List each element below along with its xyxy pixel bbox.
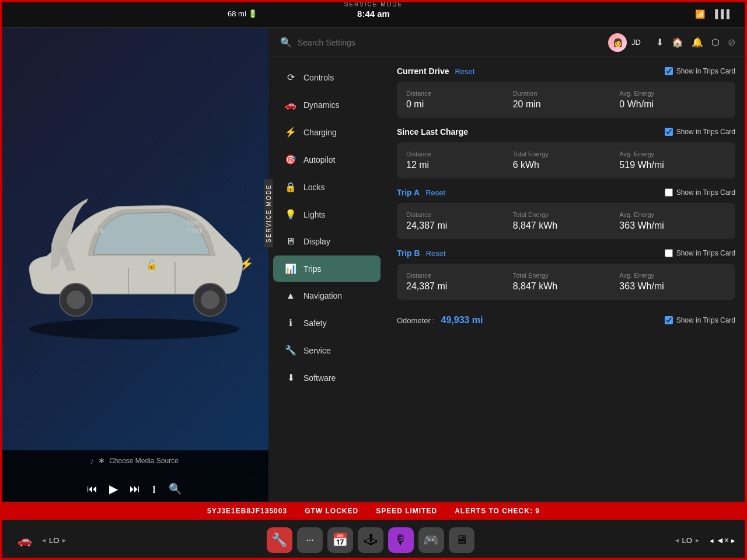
- media-source-row[interactable]: ♪ ✱ Choose Media Source: [90, 456, 179, 466]
- alerts-label: ALERTS TO CHECK: 9: [455, 507, 540, 515]
- volume-increase[interactable]: ▸: [731, 536, 735, 545]
- odometer-row: Odometer : 49,933 mi Show in Trips Card: [397, 309, 735, 331]
- charging-icon: ⚡: [285, 127, 296, 138]
- sidebar-item-locks[interactable]: 🔒 Locks: [273, 174, 381, 200]
- trip-b-reset[interactable]: Reset: [426, 249, 446, 258]
- current-drive-title: Current Drive: [397, 66, 449, 76]
- trip-a-energy-avg: Avg. Energy 363 Wh/mi: [619, 211, 726, 231]
- odometer-checkbox[interactable]: [665, 316, 673, 324]
- speed-limited-label: SPEED LIMITED: [376, 507, 437, 515]
- media-bar: ♪ ✱ Choose Media Source ⏮ ▶ ⏭ ⫿ 🔍: [0, 450, 268, 502]
- sidebar-item-software[interactable]: ⬇ Software: [273, 365, 381, 391]
- user-info: 👩 JD: [608, 33, 641, 52]
- bluetooth-header-icon[interactable]: ⬡: [711, 37, 720, 48]
- service-side-label: SERVICE MODE: [264, 180, 273, 248]
- search-icon: 🔍: [280, 37, 292, 48]
- trip-b-checkbox[interactable]: [665, 249, 673, 257]
- sidebar-item-navigation[interactable]: ▲ Navigation: [273, 283, 381, 309]
- trip-b-card: Distance 24,387 mi Total Energy 8,847 kW…: [397, 264, 735, 300]
- svg-point-6: [201, 290, 219, 309]
- charging-label: Charging: [303, 128, 337, 137]
- search-media-button[interactable]: 🔍: [169, 482, 181, 495]
- car-status-button[interactable]: 🚗: [12, 527, 37, 553]
- sidebar-item-safety[interactable]: ℹ Safety: [273, 310, 381, 336]
- car-visualization: ⚡ Open Frunk Open Trunk 🔓: [0, 28, 268, 502]
- search-bar: 🔍 👩 JD ⬇ 🏠 🔔 ⬡ ⊘: [268, 28, 747, 57]
- sidebar-item-dynamics[interactable]: 🚗 Dynamics: [273, 92, 381, 118]
- trip-a-show-trips: Show in Trips Card: [665, 188, 735, 197]
- play-button[interactable]: ▶: [109, 482, 118, 496]
- lo-left-value: LO: [49, 536, 59, 545]
- current-drive-reset[interactable]: Reset: [455, 67, 474, 76]
- media-controls: ⏮ ▶ ⏭ ⫿ 🔍: [87, 482, 181, 496]
- download-icon[interactable]: ⬇: [656, 37, 664, 48]
- volume-icon[interactable]: ◄×: [716, 536, 729, 545]
- vin-display: 5YJ3E1EB8JF135003: [207, 507, 287, 515]
- frunk-label[interactable]: Open Frunk: [88, 218, 104, 235]
- lo-right-decrease[interactable]: ◂: [675, 536, 679, 544]
- prev-track-button[interactable]: ⏮: [87, 483, 97, 495]
- lo-left-increase[interactable]: ▸: [62, 536, 66, 544]
- monitor-app-icon[interactable]: 🖥: [449, 527, 474, 553]
- current-drive-header: Current Drive Reset Show in Trips Card: [397, 66, 735, 76]
- sidebar-item-controls[interactable]: ⟳ Controls: [273, 64, 381, 90]
- lights-icon: 💡: [285, 209, 296, 220]
- software-icon: ⬇: [285, 372, 296, 383]
- sidebar-item-display[interactable]: 🖥 Display: [273, 229, 381, 254]
- since-energy-total: Total Energy 6 kWh: [513, 150, 620, 170]
- lo-left-decrease[interactable]: ◂: [42, 536, 46, 544]
- gtw-locked-label: GTW LOCKED: [305, 507, 358, 515]
- equalizer-icon[interactable]: ⫿: [152, 483, 157, 495]
- wrench-app-icon[interactable]: 🔧: [267, 527, 292, 553]
- sidebar-item-trips[interactable]: 📊 Trips: [273, 256, 381, 282]
- volume-control: ◂ ◄× ▸: [710, 536, 735, 545]
- trip-a-checkbox[interactable]: [665, 188, 673, 197]
- dots-app-icon[interactable]: ···: [297, 527, 323, 553]
- bell-icon[interactable]: 🔔: [692, 37, 703, 48]
- display-label: Display: [303, 237, 330, 246]
- joystick-app-icon[interactable]: 🕹: [358, 527, 383, 553]
- taskbar-center: 🔧 ··· 📅 🕹 🎙 🎮 🖥: [71, 527, 670, 553]
- volume-decrease[interactable]: ◂: [710, 536, 714, 545]
- display-icon: 🖥: [285, 236, 296, 247]
- lo-control-left: ◂ LO ▸: [42, 536, 66, 545]
- svg-point-4: [67, 290, 85, 309]
- podcast-app-icon[interactable]: 🎙: [388, 527, 414, 553]
- next-track-button[interactable]: ⏭: [130, 483, 140, 495]
- service-mode-label: SERVICE MODE: [344, 1, 403, 8]
- safety-icon: ℹ: [285, 317, 296, 328]
- since-last-charge-show-trips: Show in Trips Card: [665, 128, 735, 136]
- controls-icon: ⟳: [285, 72, 296, 83]
- games-app-icon[interactable]: 🎮: [418, 527, 444, 553]
- trips-content: Current Drive Reset Show in Trips Card D…: [385, 57, 747, 502]
- search-input[interactable]: [298, 38, 602, 47]
- trip-a-show-label: Show in Trips Card: [676, 188, 735, 197]
- sidebar-item-service[interactable]: 🔧 Service: [273, 337, 381, 363]
- safety-label: Safety: [303, 318, 327, 328]
- signal-header-icon: ⊘: [728, 37, 735, 48]
- trip-b-header: Trip B Reset Show in Trips Card: [397, 249, 735, 258]
- autopilot-icon: 🎯: [285, 154, 296, 165]
- since-last-charge-checkbox[interactable]: [665, 128, 673, 136]
- calendar-app-icon[interactable]: 📅: [327, 527, 353, 553]
- trunk-label[interactable]: Open Trunk: [187, 218, 203, 235]
- main-content: ⟳ Controls 🚗 Dynamics ⚡ Charging 🎯 Autop…: [268, 57, 747, 502]
- current-drive-distance: Distance 0 mi: [406, 90, 513, 110]
- sidebar-item-lights[interactable]: 💡 Lights: [273, 201, 381, 228]
- lights-label: Lights: [303, 210, 325, 219]
- avatar: 👩: [608, 33, 627, 52]
- current-drive-show-trips: Show in Trips Card: [665, 67, 735, 75]
- home-icon[interactable]: 🏠: [672, 37, 683, 48]
- trip-a-reset[interactable]: Reset: [425, 188, 445, 197]
- trip-a-title: Trip A: [397, 188, 420, 197]
- sidebar-item-charging[interactable]: ⚡ Charging: [273, 119, 381, 145]
- lo-right-increase[interactable]: ▸: [696, 536, 699, 544]
- top-status-bar: SERVICE MODE 68 mi 🔋 8:44 am 📶 ▐▐▐: [0, 0, 747, 28]
- sidebar-item-autopilot[interactable]: 🎯 Autopilot: [273, 146, 381, 173]
- locks-icon: 🔒: [285, 181, 296, 192]
- service-icon: 🔧: [285, 345, 296, 356]
- trip-b-energy-total: Total Energy 8,847 kWh: [513, 272, 620, 292]
- current-drive-checkbox[interactable]: [665, 67, 673, 75]
- media-source-label[interactable]: Choose Media Source: [109, 457, 179, 465]
- current-drive-stats: Distance 0 mi Duration 20 min Avg. Energ…: [406, 90, 726, 110]
